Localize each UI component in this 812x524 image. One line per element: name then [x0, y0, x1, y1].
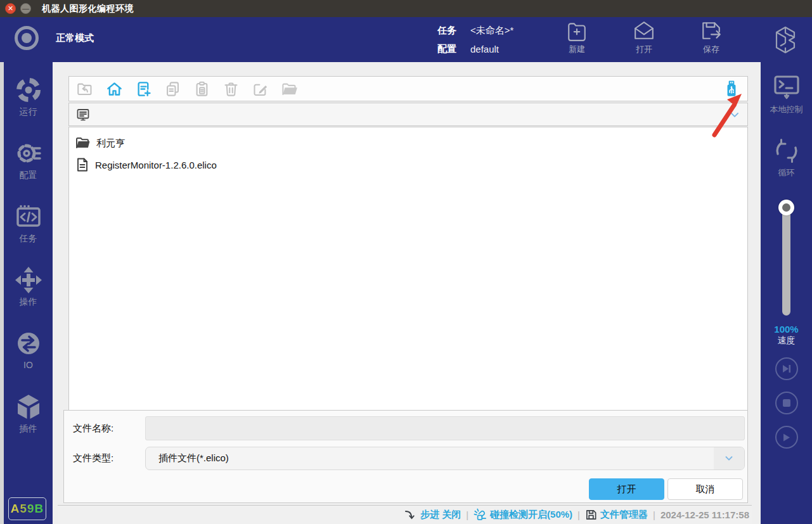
step-status[interactable]: 步进 关闭 [404, 509, 461, 521]
open-task-button[interactable]: 打开 [625, 20, 663, 55]
robot-id-text: A59B [11, 502, 44, 516]
new-task-label: 新建 [569, 44, 585, 55]
sidebar-item-task[interactable]: 任务 [15, 198, 42, 261]
device-list-icon [75, 107, 91, 122]
plugin-cube-icon [15, 393, 42, 421]
speed-slider-knob[interactable] [778, 200, 794, 215]
mode-radio-icon [13, 24, 41, 52]
rename-icon [252, 80, 269, 98]
chevron-down-icon[interactable] [728, 108, 741, 121]
speed-percent: 100% [761, 324, 812, 335]
task-code-icon [15, 203, 42, 231]
filename-label: 文件名称: [64, 423, 145, 435]
paste-button[interactable] [193, 80, 210, 98]
sidebar-item-local-control[interactable]: 本地控制 [761, 73, 812, 115]
collision-status[interactable]: 碰撞检测开启(50%) [474, 508, 572, 521]
run-icon [15, 76, 42, 104]
copy-button[interactable] [164, 80, 181, 98]
separator: | [577, 509, 580, 520]
close-icon[interactable]: ✕ [5, 3, 16, 14]
settings-gear-icon [15, 139, 42, 167]
app-header: 正常模式 任务 <未命名>* 配置 default 新建 打开 [0, 17, 812, 62]
filename-input[interactable] [145, 416, 745, 440]
skip-icon [782, 364, 792, 374]
config-label: 配置 [437, 43, 456, 55]
list-item-folder[interactable]: 利元亨 [75, 132, 741, 154]
copy-icon [164, 80, 181, 98]
sidebar-item-loop[interactable]: 循环 [761, 137, 812, 179]
sidebar-label-config: 配置 [20, 170, 37, 181]
filetype-select[interactable]: 插件文件(*.elico) [145, 447, 745, 470]
filetype-value: 插件文件(*.elico) [146, 452, 714, 464]
delete-button[interactable] [222, 80, 240, 98]
filetype-chevron[interactable] [714, 447, 744, 470]
save-task-button[interactable]: 保存 [692, 20, 730, 55]
sidebar-item-operate[interactable]: 操作 [15, 261, 42, 324]
usb-device-button[interactable] [723, 80, 740, 98]
open-folder-icon [281, 80, 298, 98]
speed-slider[interactable] [782, 200, 790, 316]
robot-id-badge[interactable]: A59B [8, 497, 46, 520]
skip-button[interactable] [775, 357, 798, 380]
chevron-down-icon [723, 452, 735, 464]
io-swap-icon [15, 329, 42, 357]
step-arrow-icon [404, 509, 417, 521]
home-button[interactable] [106, 80, 123, 98]
new-task-icon [566, 20, 588, 42]
path-combobox[interactable] [68, 103, 748, 126]
collision-status-label: 碰撞检测开启(50%) [490, 509, 572, 521]
window-titlebar: ✕ — 机器人图形化编程环境 [0, 0, 812, 17]
filetype-label: 文件类型: [64, 452, 145, 464]
sidebar-item-plugin[interactable]: 插件 [15, 388, 42, 451]
new-task-button[interactable]: 新建 [558, 20, 596, 55]
step-status-label: 步进 关闭 [420, 509, 461, 521]
sidebar-item-run[interactable]: 运行 [15, 71, 42, 134]
speed-label: 速度 [761, 335, 812, 347]
paste-icon [193, 80, 210, 98]
rename-button[interactable] [252, 80, 269, 98]
task-label: 任务 [437, 25, 456, 37]
header-actions: 新建 打开 保存 [558, 20, 730, 55]
open-task-label: 打开 [636, 44, 652, 55]
loop-arrows-icon [773, 137, 801, 165]
right-sidebar: 本地控制 循环 100% 速度 [761, 62, 812, 524]
file-form: 文件名称: 文件类型: 插件文件(*.elico) 打开 取消 [63, 410, 748, 503]
terminal-monitor-icon [772, 73, 801, 101]
file-toolbar [68, 76, 748, 101]
sidebar-label-task: 任务 [20, 233, 37, 245]
file-manager-status[interactable]: 文件管理器 [585, 509, 648, 521]
task-config-info: 任务 <未命名>* 配置 default [437, 22, 513, 58]
play-icon [782, 433, 791, 442]
sidebar-item-io[interactable]: IO [15, 324, 42, 388]
play-button[interactable] [775, 426, 798, 449]
folder-icon [75, 136, 91, 150]
left-sidebar: 运行 配置 任务 [0, 62, 53, 524]
folder-back-button[interactable] [77, 80, 94, 98]
sidebar-item-config[interactable]: 配置 [15, 134, 42, 198]
disk-icon [585, 509, 597, 521]
file-manager-label: 文件管理器 [600, 509, 648, 521]
new-file-icon [135, 80, 152, 98]
sidebar-label-plugin: 插件 [20, 423, 37, 435]
new-file-button[interactable] [135, 80, 152, 98]
sidebar-label-operate: 操作 [20, 297, 37, 308]
stop-icon [782, 399, 791, 407]
open-folder-button[interactable] [281, 80, 298, 98]
file-icon [75, 157, 89, 172]
stop-button[interactable] [775, 392, 798, 414]
minimize-icon[interactable]: — [20, 3, 31, 14]
status-timestamp: 2024-12-25 11:17:58 [661, 509, 749, 520]
file-name: 利元亨 [96, 137, 125, 150]
speed-readout: 100% 速度 [761, 324, 812, 347]
status-bar: 步进 关闭 | 碰撞检测开启(50%) | 文件管理器 | 2024-12-25… [58, 505, 752, 524]
sidebar-label-run: 运行 [20, 106, 37, 118]
window-title: 机器人图形化编程环境 [42, 3, 134, 15]
open-button[interactable]: 打开 [589, 478, 664, 500]
list-item-file[interactable]: RegisterMonitor-1.2.6.0.elico [75, 154, 741, 176]
brand-cube-logo [770, 25, 801, 55]
file-name: RegisterMonitor-1.2.6.0.elico [95, 160, 217, 170]
sidebar-label-local-control: 本地控制 [770, 104, 803, 115]
config-value: default [470, 44, 499, 54]
usb-device-icon [723, 80, 740, 98]
cancel-button[interactable]: 取消 [667, 478, 743, 500]
